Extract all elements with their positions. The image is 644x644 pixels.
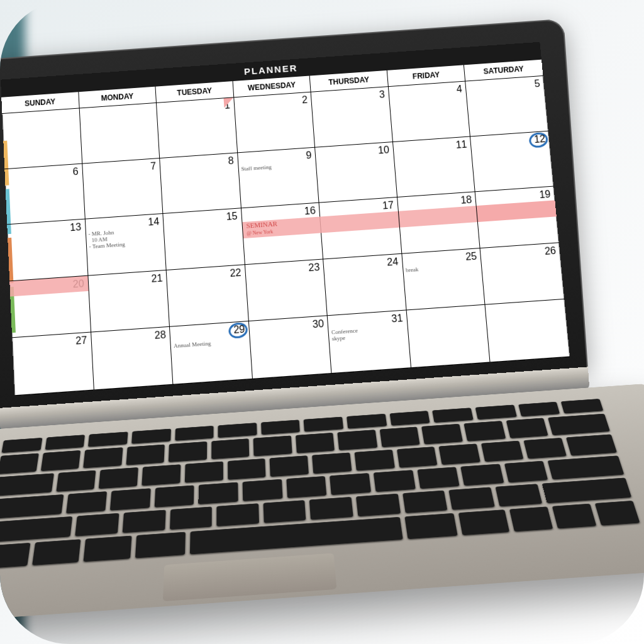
calendar-cell[interactable]: 22	[167, 265, 249, 327]
calendar-cell[interactable]: 31Conference skype	[328, 311, 411, 374]
keyboard-key[interactable]	[433, 408, 474, 423]
keyboard-key[interactable]	[475, 404, 517, 419]
keyboard-key[interactable]	[347, 414, 387, 429]
keyboard-key[interactable]	[0, 453, 38, 474]
keyboard-key[interactable]	[380, 426, 420, 447]
keyboard-key[interactable]	[211, 438, 250, 459]
keyboard-key[interactable]	[330, 473, 371, 495]
keyboard-key[interactable]	[0, 494, 64, 519]
keyboard-key[interactable]	[0, 473, 54, 496]
keyboard-key[interactable]	[126, 444, 165, 465]
calendar-cell[interactable]: 13	[7, 219, 88, 281]
keyboard-key[interactable]	[123, 509, 166, 533]
calendar-cell[interactable]: 12	[470, 131, 553, 192]
keyboard-key[interactable]	[185, 461, 223, 482]
keyboard-key[interactable]	[56, 470, 96, 491]
keyboard-key[interactable]	[228, 458, 266, 480]
calendar-cell[interactable]: 10	[315, 142, 397, 203]
calendar-cell[interactable]: 5	[466, 76, 548, 136]
keyboard-key[interactable]	[45, 435, 85, 450]
keyboard-key[interactable]	[296, 433, 335, 453]
calendar-cell[interactable]: 21	[88, 270, 170, 333]
keyboard-key[interactable]	[304, 417, 343, 432]
trackpad[interactable]	[163, 553, 337, 601]
keyboard-key[interactable]	[169, 441, 207, 462]
keyboard-key[interactable]	[270, 455, 309, 477]
keyboard-key[interactable]	[142, 464, 180, 486]
keyboard-key[interactable]	[2, 438, 43, 453]
keyboard-key[interactable]	[541, 477, 631, 503]
calendar-cell[interactable]: 27	[12, 333, 94, 396]
keyboard-key[interactable]	[404, 513, 458, 539]
keyboard-key[interactable]	[154, 485, 194, 507]
keyboard-key[interactable]	[99, 467, 138, 489]
keyboard-key[interactable]	[389, 411, 430, 426]
keyboard-key[interactable]	[0, 542, 31, 569]
keyboard-key[interactable]	[40, 450, 80, 471]
keyboard-key[interactable]	[594, 501, 640, 526]
calendar-cell[interactable]	[79, 103, 160, 164]
keyboard-key[interactable]	[354, 450, 394, 471]
calendar-cell[interactable]: 24	[323, 254, 406, 316]
keyboard-key[interactable]	[464, 421, 505, 441]
keyboard-key[interactable]	[552, 503, 596, 528]
keyboard-key[interactable]	[565, 434, 616, 455]
keyboard-key[interactable]	[66, 491, 108, 513]
keyboard-key[interactable]	[439, 443, 480, 465]
calendar-cell[interactable]: 23	[245, 259, 328, 321]
keyboard-key[interactable]	[504, 460, 548, 482]
keyboard-key[interactable]	[449, 487, 495, 509]
keyboard-key[interactable]	[0, 516, 73, 543]
keyboard-key[interactable]	[135, 531, 186, 558]
keyboard-key[interactable]	[460, 464, 504, 486]
keyboard-key[interactable]	[243, 479, 282, 501]
calendar-cell[interactable]: 2	[234, 92, 315, 153]
calendar-cell[interactable]: 8	[160, 153, 241, 214]
keyboard-key[interactable]	[75, 513, 119, 536]
keyboard-key[interactable]	[548, 455, 624, 479]
keyboard-key[interactable]	[110, 488, 151, 510]
keyboard-key[interactable]	[421, 424, 462, 445]
keyboard-key[interactable]	[356, 493, 401, 516]
keyboard-key[interactable]	[218, 423, 257, 438]
keyboard-key[interactable]	[312, 452, 352, 474]
keyboard-key[interactable]	[261, 419, 300, 435]
calendar-cell[interactable]: 26	[480, 243, 564, 305]
keyboard-key[interactable]	[338, 430, 377, 450]
calendar-cell[interactable]: 4	[389, 82, 471, 142]
keyboard-key[interactable]	[286, 476, 327, 498]
keyboard-key[interactable]	[217, 503, 259, 526]
keyboard-key[interactable]	[170, 506, 213, 530]
keyboard-key[interactable]	[175, 426, 214, 441]
calendar-cell[interactable]: 9Staff meeting	[238, 147, 319, 208]
keyboard-key[interactable]	[458, 509, 509, 535]
calendar-cell[interactable]: 16SEMINAR@ New York	[242, 203, 324, 265]
keyboard-key[interactable]	[548, 413, 610, 435]
calendar-cell[interactable]	[2, 108, 82, 169]
calendar-cell[interactable]: 17	[319, 197, 402, 259]
calendar-cell[interactable]: 18	[397, 192, 480, 253]
keyboard-key[interactable]	[523, 438, 566, 459]
calendar-cell[interactable]: 14- MR. John 10 AM - Team Meeting	[85, 214, 166, 275]
calendar-cell[interactable]	[486, 299, 570, 362]
calendar-cell[interactable]: 20	[9, 275, 91, 338]
keyboard-key[interactable]	[374, 470, 416, 492]
keyboard-key[interactable]	[88, 431, 128, 447]
keyboard-key[interactable]	[309, 497, 353, 520]
keyboard-key[interactable]	[263, 500, 306, 523]
calendar-cell[interactable]: 19	[475, 187, 559, 248]
calendar-cell[interactable]: 11	[393, 136, 475, 197]
calendar-cell[interactable]: 30	[249, 316, 332, 379]
keyboard-key[interactable]	[83, 447, 123, 468]
keyboard-key[interactable]	[518, 402, 560, 416]
keyboard-key[interactable]	[199, 482, 238, 504]
calendar-cell[interactable]: 29Annual Meeting	[170, 321, 252, 384]
calendar-cell[interactable]: 7	[82, 158, 164, 219]
keyboard-key[interactable]	[496, 484, 542, 506]
keyboard-key[interactable]	[253, 435, 292, 456]
calendar-cell[interactable]: 6	[4, 164, 85, 225]
keyboard-key[interactable]	[417, 467, 460, 489]
calendar-cell[interactable]: 15	[164, 208, 245, 270]
keyboard-key[interactable]	[509, 506, 553, 531]
calendar-cell[interactable]	[407, 305, 491, 368]
